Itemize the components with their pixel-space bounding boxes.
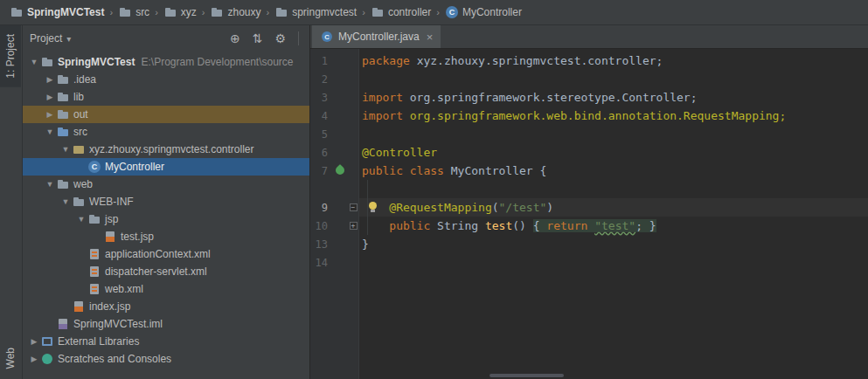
tree-item-src[interactable]: ▼src [23,123,309,141]
breadcrumb-item-xyz[interactable]: xyz [161,3,199,21]
code-text: package xyz.zhouxy.springmvctest.control… [359,52,868,70]
gutter-space [333,107,347,125]
tree-item-springmvctest-iml[interactable]: SpringMVCTest.iml [23,315,309,333]
breadcrumb-label: controller [388,6,431,18]
breadcrumb-item-controller[interactable]: controller [368,3,434,21]
chevron-expanded-icon[interactable]: ▼ [44,180,56,189]
code-line-10[interactable]: 10+ public String test() { return "test"… [310,217,868,235]
breadcrumb-label: SpringMVCTest [27,6,104,18]
line-number[interactable]: 9 [310,202,333,214]
main-area: 1: Project Web Project ▼SpringMVCTestE:\… [0,25,868,379]
breadcrumb-item-springmvctest[interactable]: SpringMVCTest [7,3,107,21]
line-number[interactable]: 13 [310,238,333,251]
code-line-3[interactable]: 3import org.springframework.stereotype.C… [310,88,868,107]
tree-item-out[interactable]: ▶out [23,106,309,123]
code-line-4[interactable]: 4import org.springframework.web.bind.ann… [310,107,868,125]
class-icon [87,160,101,174]
chevron-collapsed-icon[interactable]: ▶ [44,93,56,101]
tree-item-web-xml[interactable]: web.xml [23,280,309,298]
line-number[interactable]: 2 [310,73,333,86]
tree-item-external-libraries[interactable]: ▶External Libraries [23,333,309,350]
line-number[interactable]: 7 [310,165,333,177]
tree-item-scratches-and-consoles[interactable]: ▶Scratches and Consoles [23,350,309,368]
settings-gear-icon[interactable] [274,31,286,45]
line-number[interactable]: 4 [310,110,333,122]
breadcrumb-item-mycontroller[interactable]: MyController [442,3,524,21]
chevron-collapsed-icon[interactable]: ▶ [44,75,56,84]
code-token: String [437,219,485,232]
class-icon [445,5,459,19]
editor-tab-mycontroller[interactable]: MyController.java × [312,25,441,48]
breadcrumb-separator: › [202,7,205,17]
tree-item-web[interactable]: ▼web [23,176,309,193]
code-text [359,125,868,143]
breadcrumb-label: xyz [181,6,197,18]
chevron-collapsed-icon[interactable]: ▶ [44,110,56,119]
locate-file-icon[interactable] [230,31,240,45]
jsp-file-icon [72,300,86,314]
code-line-9[interactable]: 9− @RequestMapping("/test") [310,198,868,217]
tree-item-label: out [73,108,88,121]
tree-item-label: SpringMVCTest.iml [73,318,163,330]
code-line-6[interactable]: 6@Controller [310,143,868,162]
tree-item-dispatcher-servlet-xml[interactable]: dispatcher-servlet.xml [23,263,309,280]
fold-space [347,143,359,162]
tree-item-applicationcontext-xml[interactable]: applicationContext.xml [23,245,309,263]
tree-item-index-jsp[interactable]: index.jsp [23,298,309,315]
tree-item-lib[interactable]: ▶lib [23,88,309,106]
breadcrumb-item-springmvctest[interactable]: springmvctest [272,3,359,21]
tree-item-jsp[interactable]: ▼jsp [23,210,309,228]
fold-marker-icon[interactable]: − [347,198,359,217]
code-token: public class [362,164,451,177]
tree-item-label: External Libraries [58,335,139,348]
intention-bulb-icon[interactable] [369,202,378,213]
line-number[interactable]: 5 [310,128,333,141]
chevron-expanded-icon[interactable]: ▼ [75,215,87,224]
code-token: test [485,219,512,232]
code-line-1[interactable]: 1package xyz.zhouxy.springmvctest.contro… [310,52,868,70]
tree-item-mycontroller[interactable]: MyController [23,158,309,176]
fold-marker-icon[interactable]: + [347,217,359,235]
breadcrumb-bar: SpringMVCTest›src›xyz›zhouxy›springmvcte… [0,0,868,25]
code-line-13[interactable]: 13} [310,235,868,253]
line-number[interactable]: 6 [310,147,333,159]
code-line-blank[interactable] [310,180,868,198]
tree-item-springmvctest[interactable]: ▼SpringMVCTestE:\Program Development\sou… [23,53,309,71]
code-line-7[interactable]: 7public class MyController { [310,162,868,180]
folder-icon [56,72,70,86]
class-icon [321,31,333,43]
breadcrumb-item-src[interactable]: src [115,3,152,21]
folder-icon [118,5,132,19]
line-number[interactable]: 1 [310,55,333,67]
line-number[interactable]: 10 [310,220,333,232]
tree-item-xyz-zhouxy-springmvctest-controller[interactable]: ▼xyz.zhouxy.springmvctest.controller [23,141,309,158]
collapse-all-icon[interactable] [253,31,263,45]
code-line-5[interactable]: 5 [310,125,868,143]
code-token: import [362,109,410,122]
fold-space [347,253,359,272]
code-line-2[interactable]: 2 [310,70,868,88]
tree-item--idea[interactable]: ▶.idea [23,71,309,88]
tool-window-button-project[interactable]: 1: Project [0,25,21,87]
code-line-14[interactable]: 14 [310,253,868,272]
gutter-space [333,52,347,70]
chevron-collapsed-icon[interactable]: ▶ [28,355,40,363]
line-number[interactable]: 14 [310,257,333,269]
tree-item-test-jsp[interactable]: test.jsp [23,228,309,245]
project-view-selector[interactable]: Project [30,32,71,45]
code-editor[interactable]: 1package xyz.zhouxy.springmvctest.contro… [310,49,868,379]
line-number[interactable]: 3 [310,92,333,104]
chevron-expanded-icon[interactable]: ▼ [59,145,72,154]
breadcrumb-item-zhouxy[interactable]: zhouxy [207,3,263,21]
chevron-collapsed-icon[interactable]: ▶ [28,337,40,346]
tool-window-button-web[interactable]: Web [0,339,21,377]
close-tab-icon[interactable]: × [427,31,434,44]
tree-item-label: applicationContext.xml [105,248,211,260]
tree-item-web-inf[interactable]: ▼WEB-INF [23,193,309,210]
chevron-expanded-icon[interactable]: ▼ [44,127,56,136]
fold-space [347,88,359,107]
chevron-expanded-icon[interactable]: ▼ [59,197,72,206]
horizontal-scrollbar-thumb[interactable] [490,374,564,377]
chevron-expanded-icon[interactable]: ▼ [28,58,40,66]
spring-bean-gutter-icon[interactable] [333,162,347,180]
